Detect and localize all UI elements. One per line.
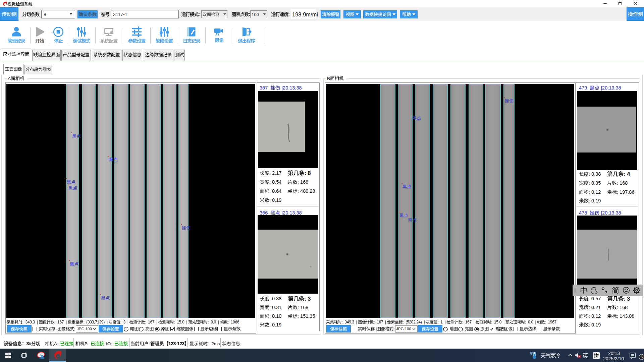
svg-text:0.35: 0.35: [591, 180, 601, 186]
svg-text::: :: [305, 296, 306, 302]
svg-text:B: B: [327, 76, 330, 81]
svg-text::: :: [617, 305, 618, 310]
svg-text:100: 100: [252, 12, 259, 17]
svg-text:|: |: [66, 320, 67, 324]
svg-text::: :: [298, 179, 299, 185]
svg-text::: :: [208, 341, 209, 346]
svg-text::: :: [174, 320, 175, 324]
svg-text::: :: [288, 12, 289, 17]
svg-text::: :: [342, 320, 343, 324]
svg-text:0.10: 0.10: [272, 313, 281, 319]
svg-text::: :: [617, 189, 618, 195]
svg-text:367: 367: [260, 85, 268, 90]
svg-text::: :: [462, 320, 463, 324]
svg-text::: :: [269, 313, 271, 319]
svg-text:197.86: 197.86: [620, 189, 634, 195]
svg-text:348.3: 348.3: [25, 320, 35, 324]
svg-text:0.0: 0.0: [528, 320, 533, 324]
svg-text:123-123: 123-123: [168, 341, 185, 346]
svg-text::: :: [589, 180, 590, 186]
svg-text::: :: [393, 326, 394, 331]
svg-text::: :: [589, 189, 590, 195]
svg-text:143.08: 143.08: [620, 313, 634, 319]
svg-text:2025/2/10: 2025/2/10: [603, 356, 624, 361]
svg-text::: :: [83, 320, 84, 324]
svg-text::: :: [269, 296, 271, 301]
svg-text::: :: [198, 12, 200, 17]
svg-text:|20:13:38: |20:13:38: [601, 210, 621, 216]
svg-text::: :: [145, 320, 146, 324]
svg-text::: :: [589, 305, 590, 310]
svg-text:1: 1: [440, 320, 443, 324]
svg-text:|20:13:38: |20:13:38: [281, 210, 302, 216]
svg-text::: :: [374, 320, 375, 324]
svg-text:0.19: 0.19: [272, 197, 281, 203]
svg-text:8: 8: [44, 12, 46, 17]
svg-text:|: |: [474, 320, 475, 324]
svg-text:3117-1: 3117-1: [113, 12, 127, 17]
svg-text:168: 168: [620, 180, 628, 186]
svg-text:B:: B:: [85, 341, 89, 346]
svg-text:1967: 1967: [548, 320, 557, 324]
svg-text:349.3: 349.3: [345, 320, 355, 324]
svg-text:3: 3: [308, 296, 311, 302]
svg-text:(333,7139): (333,7139): [86, 320, 105, 324]
svg-text::: :: [617, 180, 618, 186]
svg-text::: :: [269, 188, 271, 194]
svg-text:0.38: 0.38: [272, 296, 281, 301]
svg-text:15.0: 15.0: [177, 320, 184, 324]
svg-text:479: 479: [579, 85, 587, 90]
svg-text:JPG: JPG: [77, 327, 84, 331]
svg-text:366: 366: [260, 210, 268, 216]
svg-text:100: 100: [405, 327, 411, 331]
svg-text:168: 168: [300, 179, 308, 185]
svg-text:|: |: [37, 320, 38, 324]
svg-text::: :: [437, 320, 438, 324]
svg-text::: :: [617, 313, 618, 319]
svg-text:0.12: 0.12: [591, 313, 601, 319]
svg-text::: :: [269, 170, 271, 176]
svg-text::: :: [525, 320, 526, 324]
svg-text:0.54: 0.54: [272, 179, 281, 185]
svg-text::: :: [545, 320, 546, 324]
svg-text::: :: [228, 320, 229, 324]
svg-text:A:: A:: [54, 341, 58, 346]
svg-text:168: 168: [620, 305, 628, 310]
svg-text:167: 167: [148, 320, 155, 324]
svg-text:JPG: JPG: [396, 327, 404, 331]
svg-text:0.19: 0.19: [591, 198, 601, 203]
svg-text::: :: [269, 179, 271, 185]
svg-text:0.57: 0.57: [591, 296, 601, 301]
svg-text:20:13: 20:13: [608, 351, 620, 356]
svg-text:|: |: [376, 326, 377, 331]
svg-text:167: 167: [57, 320, 64, 324]
svg-text:|: |: [107, 320, 108, 324]
svg-text:|: |: [186, 320, 187, 324]
svg-text:|: |: [503, 320, 504, 324]
svg-text:15.0: 15.0: [494, 320, 502, 324]
svg-text::: :: [269, 322, 271, 327]
svg-text:|: |: [445, 320, 446, 324]
svg-text:0.31: 0.31: [272, 305, 281, 310]
svg-text:IO:: IO:: [106, 341, 112, 346]
svg-text:|20:13:38: |20:13:38: [601, 85, 621, 90]
svg-text::: :: [208, 320, 209, 324]
svg-text:167: 167: [465, 320, 472, 324]
svg-text::: :: [589, 198, 590, 203]
svg-text:8: 8: [308, 170, 311, 176]
svg-text:168: 168: [300, 305, 308, 310]
svg-text:0.0: 0.0: [211, 320, 216, 324]
svg-text:|20:13:38: |20:13:38: [281, 85, 302, 90]
svg-text:480.28: 480.28: [300, 188, 315, 194]
svg-text::: :: [22, 320, 23, 324]
svg-text:|: |: [424, 320, 425, 324]
svg-text::: :: [305, 170, 306, 176]
svg-text:6: 6: [641, 355, 643, 359]
svg-text:4: 4: [627, 171, 630, 177]
svg-text::: :: [298, 188, 299, 194]
svg-text:0.38: 0.38: [591, 171, 601, 177]
svg-text::: :: [624, 171, 626, 177]
svg-text:|: |: [156, 320, 157, 324]
svg-text::: :: [298, 313, 299, 319]
svg-text:198.9m/mi: 198.9m/mi: [292, 11, 318, 17]
